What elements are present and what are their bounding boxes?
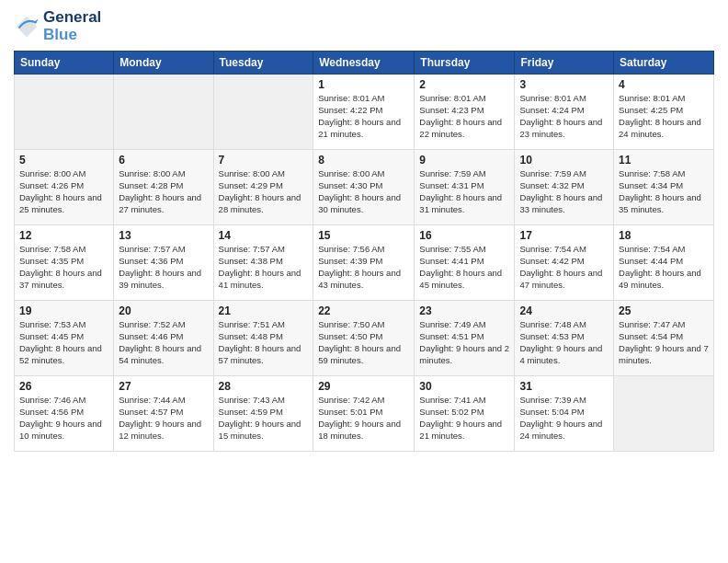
calendar-cell: 26Sunrise: 7:46 AM Sunset: 4:56 PM Dayli… <box>15 376 114 452</box>
day-content: Sunrise: 7:57 AM Sunset: 4:38 PM Dayligh… <box>219 244 309 291</box>
day-number: 23 <box>419 304 509 317</box>
calendar-cell: 1Sunrise: 8:01 AM Sunset: 4:22 PM Daylig… <box>313 75 415 150</box>
day-number: 27 <box>119 380 208 393</box>
weekday-header-wednesday: Wednesday <box>313 52 415 75</box>
day-content: Sunrise: 7:51 AM Sunset: 4:48 PM Dayligh… <box>219 319 309 366</box>
calendar-cell: 23Sunrise: 7:49 AM Sunset: 4:51 PM Dayli… <box>415 301 515 376</box>
calendar-cell <box>114 75 213 150</box>
day-number: 15 <box>318 229 409 242</box>
header: General Blue <box>14 9 714 43</box>
week-row-4: 19Sunrise: 7:53 AM Sunset: 4:45 PM Dayli… <box>15 301 714 376</box>
day-number: 18 <box>619 229 709 242</box>
day-content: Sunrise: 7:56 AM Sunset: 4:39 PM Dayligh… <box>318 244 409 291</box>
day-number: 22 <box>318 304 409 317</box>
day-number: 8 <box>318 154 409 167</box>
calendar-cell: 28Sunrise: 7:43 AM Sunset: 4:59 PM Dayli… <box>213 376 313 452</box>
calendar-cell: 7Sunrise: 8:00 AM Sunset: 4:29 PM Daylig… <box>213 150 313 225</box>
day-content: Sunrise: 8:01 AM Sunset: 4:22 PM Dayligh… <box>318 93 409 140</box>
day-number: 6 <box>119 154 208 167</box>
calendar-cell <box>213 75 313 150</box>
calendar-cell <box>614 376 714 452</box>
day-number: 29 <box>318 380 409 393</box>
calendar-cell: 20Sunrise: 7:52 AM Sunset: 4:46 PM Dayli… <box>114 301 213 376</box>
day-number: 19 <box>19 304 108 317</box>
day-content: Sunrise: 7:42 AM Sunset: 5:01 PM Dayligh… <box>318 395 409 442</box>
calendar-cell: 2Sunrise: 8:01 AM Sunset: 4:23 PM Daylig… <box>415 75 515 150</box>
day-content: Sunrise: 7:46 AM Sunset: 4:56 PM Dayligh… <box>19 395 108 442</box>
day-content: Sunrise: 7:59 AM Sunset: 4:31 PM Dayligh… <box>419 168 509 215</box>
weekday-header-monday: Monday <box>114 52 213 75</box>
week-row-5: 26Sunrise: 7:46 AM Sunset: 4:56 PM Dayli… <box>15 376 714 452</box>
day-content: Sunrise: 7:44 AM Sunset: 4:57 PM Dayligh… <box>119 395 208 442</box>
day-content: Sunrise: 7:57 AM Sunset: 4:36 PM Dayligh… <box>119 244 208 291</box>
calendar-cell: 22Sunrise: 7:50 AM Sunset: 4:50 PM Dayli… <box>313 301 415 376</box>
weekday-header-thursday: Thursday <box>415 52 515 75</box>
day-number: 20 <box>119 304 208 317</box>
day-content: Sunrise: 7:43 AM Sunset: 4:59 PM Dayligh… <box>219 395 309 442</box>
logo-icon <box>14 14 40 40</box>
day-number: 9 <box>419 154 509 167</box>
day-number: 30 <box>419 380 509 393</box>
day-number: 28 <box>219 380 309 393</box>
weekday-header-tuesday: Tuesday <box>213 52 313 75</box>
week-row-1: 1Sunrise: 8:01 AM Sunset: 4:22 PM Daylig… <box>15 75 714 150</box>
calendar-cell: 5Sunrise: 8:00 AM Sunset: 4:26 PM Daylig… <box>15 150 114 225</box>
day-number: 11 <box>619 154 709 167</box>
calendar-table: SundayMondayTuesdayWednesdayThursdayFrid… <box>14 51 714 452</box>
calendar-cell: 21Sunrise: 7:51 AM Sunset: 4:48 PM Dayli… <box>213 301 313 376</box>
day-content: Sunrise: 8:01 AM Sunset: 4:25 PM Dayligh… <box>619 93 709 140</box>
week-row-3: 12Sunrise: 7:58 AM Sunset: 4:35 PM Dayli… <box>15 225 714 301</box>
day-number: 26 <box>19 380 108 393</box>
calendar-cell: 9Sunrise: 7:59 AM Sunset: 4:31 PM Daylig… <box>415 150 515 225</box>
weekday-header-row: SundayMondayTuesdayWednesdayThursdayFrid… <box>15 52 714 75</box>
day-content: Sunrise: 8:00 AM Sunset: 4:30 PM Dayligh… <box>318 168 409 215</box>
day-content: Sunrise: 7:47 AM Sunset: 4:54 PM Dayligh… <box>619 319 709 366</box>
calendar-cell: 8Sunrise: 8:00 AM Sunset: 4:30 PM Daylig… <box>313 150 415 225</box>
calendar-cell: 31Sunrise: 7:39 AM Sunset: 5:04 PM Dayli… <box>515 376 614 452</box>
day-content: Sunrise: 7:59 AM Sunset: 4:32 PM Dayligh… <box>519 168 609 215</box>
calendar-cell: 12Sunrise: 7:58 AM Sunset: 4:35 PM Dayli… <box>15 225 114 301</box>
calendar-cell <box>15 75 114 150</box>
day-content: Sunrise: 8:01 AM Sunset: 4:23 PM Dayligh… <box>419 93 509 140</box>
day-number: 25 <box>619 304 709 317</box>
day-number: 1 <box>318 78 409 91</box>
day-content: Sunrise: 7:39 AM Sunset: 5:04 PM Dayligh… <box>519 395 609 442</box>
day-content: Sunrise: 7:54 AM Sunset: 4:42 PM Dayligh… <box>519 244 609 291</box>
calendar-cell: 19Sunrise: 7:53 AM Sunset: 4:45 PM Dayli… <box>15 301 114 376</box>
day-content: Sunrise: 7:50 AM Sunset: 4:50 PM Dayligh… <box>318 319 409 366</box>
day-number: 16 <box>419 229 509 242</box>
weekday-header-sunday: Sunday <box>15 52 114 75</box>
day-content: Sunrise: 8:01 AM Sunset: 4:24 PM Dayligh… <box>519 93 609 140</box>
calendar-cell: 14Sunrise: 7:57 AM Sunset: 4:38 PM Dayli… <box>213 225 313 301</box>
day-number: 7 <box>219 154 309 167</box>
day-content: Sunrise: 7:53 AM Sunset: 4:45 PM Dayligh… <box>19 319 108 366</box>
calendar-cell: 29Sunrise: 7:42 AM Sunset: 5:01 PM Dayli… <box>313 376 415 452</box>
calendar-cell: 17Sunrise: 7:54 AM Sunset: 4:42 PM Dayli… <box>515 225 614 301</box>
day-number: 4 <box>619 78 709 91</box>
day-content: Sunrise: 7:48 AM Sunset: 4:53 PM Dayligh… <box>519 319 609 366</box>
day-number: 10 <box>519 154 609 167</box>
calendar-cell: 27Sunrise: 7:44 AM Sunset: 4:57 PM Dayli… <box>114 376 213 452</box>
weekday-header-saturday: Saturday <box>614 52 714 75</box>
calendar-cell: 25Sunrise: 7:47 AM Sunset: 4:54 PM Dayli… <box>614 301 714 376</box>
logo: General Blue <box>14 9 101 43</box>
calendar-cell: 3Sunrise: 8:01 AM Sunset: 4:24 PM Daylig… <box>515 75 614 150</box>
calendar-cell: 4Sunrise: 8:01 AM Sunset: 4:25 PM Daylig… <box>614 75 714 150</box>
calendar-cell: 18Sunrise: 7:54 AM Sunset: 4:44 PM Dayli… <box>614 225 714 301</box>
logo-text: General Blue <box>43 9 101 43</box>
main-container: General Blue SundayMondayTuesdayWednesda… <box>0 0 728 461</box>
week-row-2: 5Sunrise: 8:00 AM Sunset: 4:26 PM Daylig… <box>15 150 714 225</box>
day-content: Sunrise: 8:00 AM Sunset: 4:26 PM Dayligh… <box>19 168 108 215</box>
weekday-header-friday: Friday <box>515 52 614 75</box>
day-number: 31 <box>519 380 609 393</box>
day-number: 14 <box>219 229 309 242</box>
calendar-cell: 13Sunrise: 7:57 AM Sunset: 4:36 PM Dayli… <box>114 225 213 301</box>
day-number: 13 <box>119 229 208 242</box>
day-number: 24 <box>519 304 609 317</box>
calendar-cell: 10Sunrise: 7:59 AM Sunset: 4:32 PM Dayli… <box>515 150 614 225</box>
day-number: 2 <box>419 78 509 91</box>
day-content: Sunrise: 7:54 AM Sunset: 4:44 PM Dayligh… <box>619 244 709 291</box>
day-number: 5 <box>19 154 108 167</box>
day-content: Sunrise: 7:55 AM Sunset: 4:41 PM Dayligh… <box>419 244 509 291</box>
calendar-cell: 15Sunrise: 7:56 AM Sunset: 4:39 PM Dayli… <box>313 225 415 301</box>
